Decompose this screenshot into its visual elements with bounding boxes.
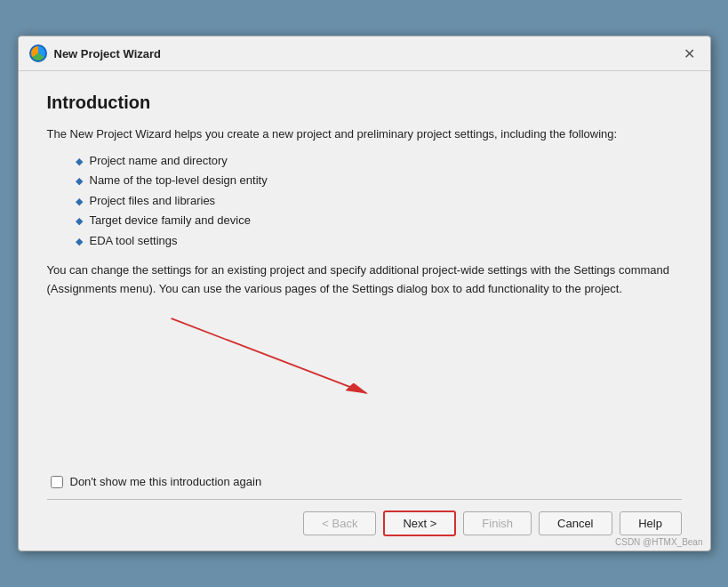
bullet-icon: ◆ — [76, 213, 83, 229]
bullet-icon: ◆ — [76, 154, 83, 169]
title-bar-left: New Project Wizard — [29, 44, 162, 62]
next-button[interactable]: Next > — [383, 511, 456, 536]
dont-show-checkbox[interactable] — [51, 476, 63, 488]
extra-description: You can change the settings for an exist… — [47, 261, 682, 299]
footer-section: Don't show me this introduction again < … — [19, 475, 710, 551]
arrow-annotation-area — [47, 308, 682, 414]
back-button[interactable]: < Back — [303, 511, 376, 535]
main-content: Introduction The New Project Wizard help… — [19, 71, 710, 475]
watermark: CSDN @HTMX_Bean — [615, 537, 703, 547]
new-project-wizard-dialog: New Project Wizard ✕ Introduction The Ne… — [18, 36, 711, 551]
bullet-icon: ◆ — [76, 234, 83, 249]
help-button[interactable]: Help — [620, 511, 682, 535]
bullet-icon: ◆ — [76, 194, 83, 209]
button-row: < Back Next > Finish Cancel Help — [47, 511, 682, 551]
intro-description: The New Project Wizard helps you create … — [47, 125, 682, 143]
list-item: ◆ Project files and libraries — [76, 192, 682, 210]
dialog-title: New Project Wizard — [54, 47, 162, 60]
close-button[interactable]: ✕ — [680, 44, 700, 63]
svg-line-1 — [171, 318, 365, 393]
annotation-arrow — [47, 308, 682, 414]
list-item: ◆ Target device family and device — [76, 212, 682, 229]
list-item: ◆ EDA tool settings — [76, 232, 682, 250]
bullet-list: ◆ Project name and directory ◆ Name of t… — [76, 152, 682, 250]
intro-heading: Introduction — [47, 92, 682, 113]
cancel-button[interactable]: Cancel — [539, 511, 612, 535]
title-bar: New Project Wizard ✕ — [19, 36, 710, 71]
list-item: ◆ Name of the top-level design entity — [76, 172, 682, 189]
list-item: ◆ Project name and directory — [76, 152, 682, 170]
finish-button[interactable]: Finish — [463, 511, 532, 535]
checkbox-row: Don't show me this introduction again — [47, 475, 682, 488]
footer-divider — [47, 499, 682, 500]
bullet-icon: ◆ — [76, 173, 83, 189]
dont-show-label[interactable]: Don't show me this introduction again — [70, 475, 262, 488]
wizard-icon — [29, 44, 47, 62]
